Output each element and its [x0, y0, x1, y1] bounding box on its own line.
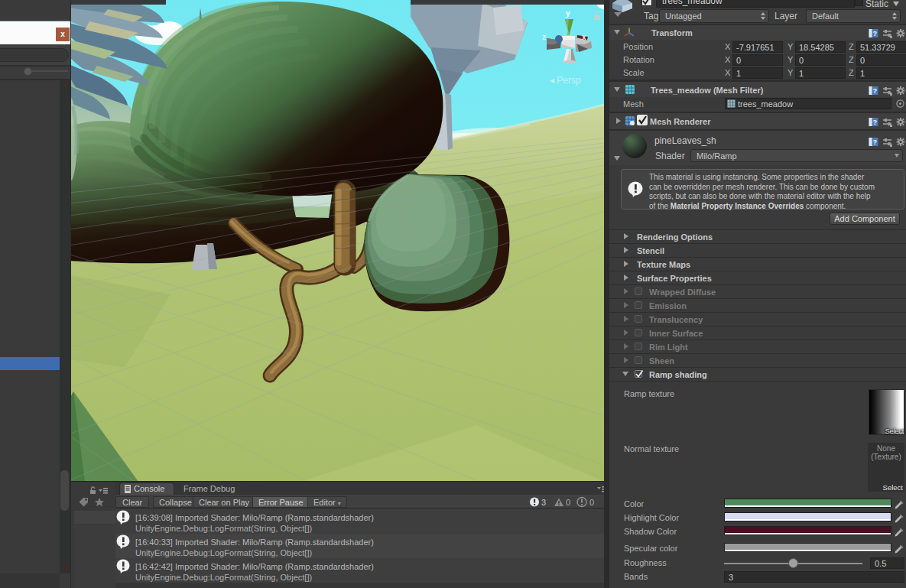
svg-text:0: 0	[589, 498, 594, 507]
svg-text:◂ Persp: ◂ Persp	[550, 75, 581, 86]
svg-text:y: y	[566, 9, 570, 18]
svg-text:0: 0	[566, 498, 570, 507]
svg-text:z: z	[542, 33, 546, 41]
svg-text:?: ?	[873, 119, 878, 126]
svg-text:?: ?	[873, 87, 878, 95]
svg-text:3: 3	[541, 498, 546, 507]
svg-text:?: ?	[873, 30, 878, 37]
svg-text:x: x	[582, 33, 586, 41]
svg-text:?: ?	[873, 138, 878, 146]
